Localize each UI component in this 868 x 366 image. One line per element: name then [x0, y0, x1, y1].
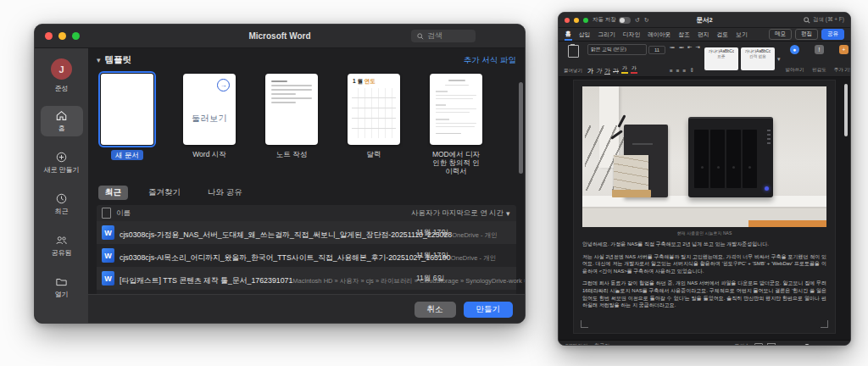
document-search[interactable]: 검색 (⌘ + F) [804, 16, 844, 24]
sidebar-item-new[interactable]: 새로 만들기 [41, 147, 83, 178]
sidebar-item-recent[interactable]: 최근 [41, 189, 83, 219]
italic-button[interactable]: 가 [596, 68, 602, 74]
create-button[interactable]: 만들기 [464, 302, 514, 318]
tab-insert[interactable]: 삽입 [578, 30, 592, 40]
tab-view[interactable]: 보기 [735, 30, 748, 40]
autosave-control[interactable]: 자동 저장 [593, 16, 631, 24]
nas-photo[interactable] [582, 86, 826, 227]
highlight-color-button[interactable]: 가 [621, 65, 628, 74]
comments-button[interactable]: 메모 [769, 29, 792, 40]
language-indicator[interactable]: 한국어 [594, 342, 609, 346]
paragraph[interactable]: 그런데 회사 동료가 같이 협업을 하던 중, 개인 NAS 서버에서 파일을 … [582, 280, 826, 308]
document-page[interactable]: 현재 사용중인 시놀로지 NAS 안녕하세요. 가정용 NAS를 직접 구축해보… [574, 80, 835, 333]
scrollbar[interactable] [519, 82, 523, 174]
template-gallery: 새 문서 → 둘러보기 Word 시작 노트 작성 [100, 74, 515, 175]
tab-design[interactable]: 디자인 [622, 30, 641, 40]
scrollbar[interactable] [844, 84, 848, 136]
font-name-select[interactable]: 맑은 고딕 (본문) [587, 44, 647, 55]
outdent-button[interactable]: ⇤ [687, 44, 692, 51]
more-templates-link[interactable]: 추가 서식 파일 [464, 55, 516, 66]
paste-icon [568, 45, 579, 58]
tab-layout[interactable]: 레이아웃 [647, 30, 671, 40]
template-card-blank[interactable]: 새 문서 [100, 74, 154, 175]
align-center-button[interactable]: ≡ [676, 68, 680, 74]
people-icon [55, 234, 68, 247]
nas-power-led [765, 186, 769, 191]
share-button[interactable]: 공유 [821, 29, 844, 40]
template-preview-resume[interactable] [430, 74, 482, 145]
template-card-word-start[interactable]: → 둘러보기 Word 시작 [182, 74, 236, 175]
add-ins-tool[interactable]: + 추가 기능 [833, 43, 850, 75]
minimize-button[interactable] [574, 18, 579, 23]
table-row[interactable]: W cjs0308cjs-AI목소리_어디까지_왔을까_한국어_TTS사이트_직… [97, 244, 516, 267]
underline-button[interactable]: 가 [604, 68, 610, 74]
sensitivity-tool[interactable]: ! 민감도 [809, 43, 829, 75]
table-row[interactable]: W [타입캐스트] TTS 콘텐츠 제작 툴_문서_1762391071Maci… [97, 267, 516, 290]
page-indicator[interactable]: 2/2페이지 [565, 342, 587, 346]
tab-shared-with-me[interactable]: 나와 공유 [201, 186, 249, 200]
search-label: 검색 (⌘ + F) [813, 16, 844, 24]
focus-mode-button[interactable]: 포커스 [735, 342, 750, 346]
tab-mailings[interactable]: 편지 [697, 30, 710, 40]
avatar[interactable]: J [51, 58, 72, 80]
photo-card-stand [612, 155, 651, 197]
column-last-opened[interactable]: 사용자가 마지막으로 연 시간 ▾ [411, 208, 511, 219]
sidebar-item-open[interactable]: 열기 [41, 272, 83, 302]
indent-button[interactable]: ⇥ [695, 44, 699, 51]
print-layout-view-icon[interactable] [754, 343, 763, 347]
column-name[interactable]: 이름 [116, 208, 406, 219]
paste-group[interactable]: 붙여넣기 [563, 43, 583, 75]
tab-home[interactable]: 홈 [565, 29, 572, 41]
zoom-in-icon[interactable]: + [823, 344, 826, 347]
bold-button[interactable]: 가 [587, 68, 593, 74]
zoom-slider-knob[interactable] [804, 344, 810, 347]
font-color-button[interactable]: 가 [631, 65, 637, 74]
template-card-resume[interactable]: MOD에서 디자인한 창의적 인 이력서 [429, 74, 483, 175]
zoom-button[interactable] [583, 18, 588, 23]
tab-draw[interactable]: 그리기 [597, 30, 615, 40]
chevron-down-icon[interactable]: ▾ [97, 56, 101, 64]
template-preview-tour[interactable]: → 둘러보기 [183, 74, 236, 145]
template-card-notes[interactable]: 노트 작성 [264, 74, 319, 175]
close-button[interactable] [565, 18, 570, 23]
zoom-out-icon[interactable]: − [780, 344, 783, 347]
tab-recent[interactable]: 최근 [98, 186, 128, 200]
cancel-button[interactable]: 취소 [415, 302, 456, 318]
paragraph[interactable]: 안녕하세요. 가정용 NAS를 직접 구축해보고 2년 넘게 쓰고 있는 개발자… [582, 241, 826, 248]
template-preview-blank[interactable] [101, 74, 153, 145]
template-preview-notes[interactable] [265, 74, 318, 145]
tab-references[interactable]: 참조 [677, 30, 691, 40]
paragraph[interactable]: 저는 사실 2년전엔 NAS 서버를 구축해볼까 말지 고민했는데요, 가격이 … [582, 253, 826, 275]
tab-pinned[interactable]: 즐겨찾기 [142, 186, 187, 200]
template-card-calendar[interactable]: 1 월 연도 달력 [347, 74, 401, 175]
style-no-spacing[interactable]: 가나다AaBbCc 간격 없음 [741, 47, 775, 70]
table-row[interactable]: W cjs0308cjs-가정용_NAS_서버_도대체_왜_쓰는걸까_직접_써보… [97, 221, 516, 244]
zoom-level[interactable]: 150% [831, 344, 843, 347]
sidebar-item-shared[interactable]: 공유됨 [41, 230, 83, 261]
sidebar-item-home[interactable]: 홈 [41, 106, 83, 136]
font-size-select[interactable]: 11 [648, 46, 665, 54]
style-normal[interactable]: 가나다AaBbCc 표준 [704, 47, 738, 70]
dictate-tool[interactable]: ● 받아쓰기 [784, 43, 804, 75]
home-icon [55, 109, 68, 122]
autosave-toggle[interactable] [619, 17, 631, 24]
bullet-list-button[interactable]: ≔ [670, 44, 676, 51]
template-preview-calendar[interactable]: 1 월 연도 [348, 74, 400, 145]
tab-review[interactable]: 검토 [716, 30, 730, 40]
editing-mode-button[interactable]: 편집 [795, 29, 818, 40]
styles-more-icon[interactable]: ▾ [777, 56, 781, 62]
undo-icon[interactable]: ↺ [635, 17, 640, 23]
strikethrough-button[interactable]: 가 [613, 68, 619, 74]
autosave-label: 자동 저장 [593, 16, 616, 24]
align-right-button[interactable]: ≡ [683, 68, 687, 74]
numbered-list-button[interactable]: ≕ [679, 44, 685, 51]
line-spacing-button[interactable]: ⇕ [689, 67, 693, 74]
font-group: 맑은 고딕 (본문) 11 가 가 가 가 가 가 [587, 43, 665, 75]
redo-icon[interactable]: ↻ [644, 17, 649, 23]
postcard [614, 155, 648, 190]
dialog-footer: 취소 만들기 [88, 294, 525, 324]
file-date: 11월 6일 [416, 274, 511, 284]
align-left-button[interactable]: ≡ [670, 68, 673, 74]
web-layout-view-icon[interactable] [767, 343, 776, 347]
search-input[interactable]: 검색 [411, 30, 476, 42]
